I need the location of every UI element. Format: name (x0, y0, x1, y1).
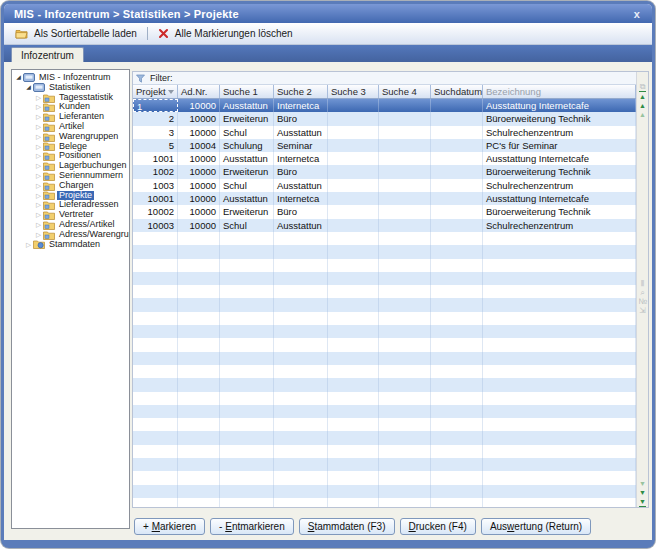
table-row-projekt-1002[interactable]: 100210000ErweiterunBüroBüroerweiterung T… (133, 165, 636, 178)
collapsed-arrow-icon[interactable]: ▷ (34, 122, 43, 132)
cell-empty (379, 405, 431, 418)
cell-empty (431, 338, 483, 351)
cell-empty (220, 245, 274, 258)
table-row-projekt-1001[interactable]: 100110000AusstattunInternetcaAusstattung… (133, 152, 636, 165)
cell-suche3 (328, 99, 379, 112)
cell-suche3 (328, 205, 379, 218)
collapsed-arrow-icon[interactable]: ▷ (34, 191, 43, 201)
load-sort-table-label: Als Sortiertabelle laden (34, 28, 137, 39)
scroll-to-bottom-icon[interactable]: ▼ (639, 497, 646, 507)
cell-empty (220, 485, 274, 498)
scroll-up-dim-icon[interactable]: ▲ (639, 110, 646, 119)
cell-empty (483, 285, 636, 298)
clear-marks-button[interactable]: Alle Markierungen löschen (152, 26, 299, 41)
tab-infozentrum[interactable]: Infozentrum (11, 47, 84, 62)
collapsed-arrow-icon[interactable]: ▷ (34, 151, 43, 161)
cell-empty (274, 285, 328, 298)
cell-suche1: Ausstattun (220, 99, 274, 112)
cell-empty (483, 259, 636, 272)
collapsed-arrow-icon[interactable]: ▷ (34, 220, 43, 230)
table-row-projekt-1003[interactable]: 100310000SchulAusstattunSchulrechenzentr… (133, 179, 636, 192)
cell-projekt: 3 (133, 126, 178, 139)
cell-empty (431, 378, 483, 391)
cell-empty (133, 312, 178, 325)
collapsed-arrow-icon[interactable]: ▷ (34, 102, 43, 112)
collapsed-arrow-icon[interactable]: ▷ (34, 132, 43, 142)
app-window: MIS - Infozentrum > Statistiken > Projek… (1, 1, 655, 548)
markieren-button[interactable]: + Markieren (134, 518, 205, 535)
table-row-empty (133, 285, 636, 298)
column-header-suchdatum[interactable]: Suchdatum (431, 85, 483, 98)
mark-icon[interactable]: № (638, 297, 647, 306)
cell-adnr: 10000 (178, 152, 220, 165)
cell-projekt: 10001 (133, 192, 178, 205)
cell-empty (328, 378, 379, 391)
cell-bezeichnung: PC's für Seminar (483, 139, 636, 152)
folder-icon (43, 141, 55, 151)
jump-icon[interactable]: ⇲ (639, 306, 646, 315)
table-row-projekt-5[interactable]: 510004SchulungSeminarPC's für Seminar (133, 139, 636, 152)
cell-suchdatum (431, 112, 483, 125)
collapsed-arrow-icon[interactable]: ▷ (34, 171, 43, 181)
scroll-up-icon[interactable]: ▲ (639, 101, 646, 110)
auswertung-button[interactable]: Auswertung (Return) (481, 518, 591, 535)
column-header-suche-1[interactable]: Suche 1 (220, 85, 274, 98)
column-header-ad-nr[interactable]: Ad.Nr. (178, 85, 220, 98)
stammdaten-button[interactable]: Stammdaten (F3) (299, 518, 395, 535)
cell-suche3 (328, 126, 379, 139)
tree-item-stammdaten[interactable]: ▷Stammdaten (12, 240, 129, 250)
cell-suche4 (379, 165, 431, 178)
table-row-projekt-10001[interactable]: 1000110000AusstattunInternetcaAusstattun… (133, 192, 636, 205)
scroll-down-dim-icon[interactable]: ▼ (639, 479, 646, 488)
table-row-projekt-3[interactable]: 310000SchulAusstattunSchulrechenzentrum (133, 126, 636, 139)
scroll-to-top-icon[interactable]: ▲ (639, 91, 646, 101)
cell-empty (328, 365, 379, 378)
column-header-suche-2[interactable]: Suche 2 (274, 85, 328, 98)
cell-empty (379, 325, 431, 338)
collapsed-arrow-icon[interactable]: ▷ (34, 230, 43, 240)
cell-empty (431, 298, 483, 311)
collapsed-arrow-icon[interactable]: ▷ (34, 210, 43, 220)
filter-row[interactable]: Filter: (133, 72, 636, 85)
column-header-projekt[interactable]: Projekt (133, 85, 178, 98)
cell-empty (379, 298, 431, 311)
collapsed-arrow-icon[interactable]: ▷ (34, 181, 43, 191)
cell-empty (483, 338, 636, 351)
column-header-suche-3[interactable]: Suche 3 (328, 85, 379, 98)
close-icon[interactable]: x (632, 8, 642, 20)
table-row-projekt-10003[interactable]: 1000310000SchulAusstattunSchulrechenzent… (133, 219, 636, 232)
toolbar-separator (147, 27, 148, 40)
entmarkieren-button[interactable]: - Entmarkieren (210, 518, 294, 535)
collapsed-arrow-icon[interactable]: ▷ (34, 142, 43, 152)
footer-button-bar: + Markieren- EntmarkierenStammdaten (F3)… (134, 518, 591, 535)
cell-empty (220, 392, 274, 405)
expanded-arrow-icon[interactable]: ◢ (24, 83, 33, 93)
cell-suchdatum (431, 219, 483, 232)
drucken-button[interactable]: Drucken (F4) (400, 518, 476, 535)
cell-empty (431, 485, 483, 498)
column-header-bezeichnung[interactable]: Bezeichnung (483, 85, 636, 98)
column-chooser-icon[interactable]: ⧉ (640, 82, 646, 91)
expanded-arrow-icon[interactable]: ◢ (14, 73, 23, 83)
cell-empty (133, 458, 178, 471)
search-icon[interactable]: ⌕ (640, 288, 644, 297)
cell-empty (483, 471, 636, 484)
collapsed-arrow-icon[interactable]: ▷ (34, 161, 43, 171)
cell-empty (328, 285, 379, 298)
collapsed-arrow-icon[interactable]: ▷ (34, 93, 43, 103)
table-row-projekt-10002[interactable]: 1000210000ErweiterunBüroBüroerweiterung … (133, 205, 636, 218)
table-row-projekt-1[interactable]: 110000AusstattunInternetcaAusstattung In… (133, 99, 636, 112)
cell-empty (178, 352, 220, 365)
column-header-suche-4[interactable]: Suche 4 (379, 85, 431, 98)
collapsed-arrow-icon[interactable]: ▷ (34, 200, 43, 210)
collapsed-arrow-icon[interactable]: ▷ (34, 112, 43, 122)
cell-empty (220, 431, 274, 444)
pin-icon[interactable]: ⦀ (641, 279, 645, 288)
cell-empty (274, 365, 328, 378)
load-sort-table-button[interactable]: Als Sortiertabelle laden (9, 26, 143, 41)
scroll-down-icon[interactable]: ▼ (639, 488, 646, 497)
table-row-projekt-2[interactable]: 210000ErweiterunBüroBüroerweiterung Tech… (133, 112, 636, 125)
cell-empty (133, 378, 178, 391)
collapsed-arrow-icon[interactable]: ▷ (24, 240, 33, 250)
cell-empty (328, 485, 379, 498)
